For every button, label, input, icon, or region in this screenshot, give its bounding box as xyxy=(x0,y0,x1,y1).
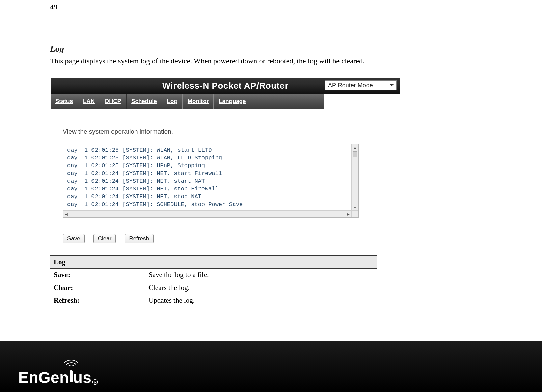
tab-monitor[interactable]: Monitor xyxy=(183,94,214,109)
section-description: This page displays the system log of the… xyxy=(50,57,404,65)
chevron-down-icon xyxy=(390,84,394,86)
vertical-scrollbar[interactable]: ▲ ▼ xyxy=(351,144,358,211)
horizontal-scrollbar[interactable]: ◀ ▶ xyxy=(63,210,352,217)
router-screenshot: Wireless-N Pocket AP/Router AP Router Mo… xyxy=(51,78,400,243)
desc-text-save: Save the log to a file. xyxy=(145,269,377,281)
view-info-text: View the system operation information. xyxy=(63,128,400,135)
desc-text-clear: Clears the log. xyxy=(145,281,377,294)
page-number: 49 xyxy=(50,3,57,11)
section-title: Log xyxy=(50,44,404,54)
router-title-bar: Wireless-N Pocket AP/Router AP Router Mo… xyxy=(51,78,400,94)
tab-language[interactable]: Language xyxy=(214,94,250,109)
tab-lan[interactable]: LAN xyxy=(78,94,100,109)
page-footer: EnGen us ® xyxy=(0,341,542,392)
scroll-left-icon[interactable]: ◀ xyxy=(63,211,70,217)
desc-table-header: Log xyxy=(50,256,377,269)
logo-wifi-icon xyxy=(70,368,73,387)
tab-log[interactable]: Log xyxy=(162,94,183,109)
scroll-corner xyxy=(351,210,358,217)
scroll-down-icon[interactable]: ▼ xyxy=(352,204,358,211)
tab-status[interactable]: Status xyxy=(51,94,78,109)
table-row: Refresh: Updates the log. xyxy=(50,294,377,307)
scroll-right-icon[interactable]: ▶ xyxy=(345,211,352,217)
button-row: Save Clear Refresh xyxy=(63,234,400,243)
router-tabs: Status LAN DHCP Schedule Log Monitor Lan… xyxy=(51,94,324,109)
desc-label-refresh: Refresh: xyxy=(50,294,145,307)
tab-schedule[interactable]: Schedule xyxy=(126,94,162,109)
scroll-track[interactable] xyxy=(352,151,358,204)
table-row: Clear: Clears the log. xyxy=(50,281,377,294)
logo-text-part1: EnGen xyxy=(18,368,69,387)
clear-button[interactable]: Clear xyxy=(93,234,116,243)
refresh-button[interactable]: Refresh xyxy=(125,234,154,243)
desc-text-refresh: Updates the log. xyxy=(145,294,377,307)
desc-label-clear: Clear: xyxy=(50,281,145,294)
log-textarea[interactable]: day 1 02:01:25 [SYSTEM]: WLAN, start LLT… xyxy=(63,144,359,218)
registered-icon: ® xyxy=(92,378,98,387)
logo-text-part2: us xyxy=(73,368,92,387)
description-table: Log Save: Save the log to a file. Clear:… xyxy=(50,255,377,307)
mode-select[interactable]: AP Router Mode xyxy=(325,80,397,90)
log-content: day 1 02:01:25 [SYSTEM]: WLAN, start LLT… xyxy=(63,144,358,217)
engenius-logo: EnGen us ® xyxy=(18,368,98,387)
mode-select-value: AP Router Mode xyxy=(328,82,373,89)
scroll-up-icon[interactable]: ▲ xyxy=(352,144,358,151)
table-row: Save: Save the log to a file. xyxy=(50,269,377,281)
scroll-thumb[interactable] xyxy=(353,151,357,157)
page-content: Log This page displays the system log of… xyxy=(50,44,404,307)
tab-dhcp[interactable]: DHCP xyxy=(100,94,126,109)
desc-label-save: Save: xyxy=(50,269,145,281)
save-button[interactable]: Save xyxy=(63,234,85,243)
